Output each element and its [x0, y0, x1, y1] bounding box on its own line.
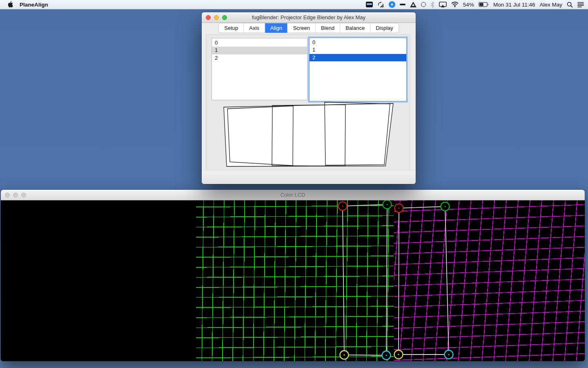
- lcd-minimize-button[interactable]: [13, 193, 18, 197]
- sync-gear-icon[interactable]: [377, 2, 384, 8]
- battery-icon[interactable]: [479, 2, 489, 7]
- alignment-handle-bottom-right[interactable]: [382, 351, 391, 360]
- notification-center-icon[interactable]: [577, 2, 584, 7]
- list-item-2[interactable]: 2: [310, 54, 406, 61]
- spotlight-icon[interactable]: [567, 2, 573, 8]
- alignment-handle-bottom-right[interactable]: [445, 350, 453, 359]
- tab-screen[interactable]: Screen: [288, 23, 316, 33]
- list-item-1[interactable]: 1: [310, 46, 406, 54]
- zoom-button[interactable]: [222, 15, 227, 20]
- alignment-handle-top-left[interactable]: [339, 202, 347, 211]
- fugblender-window: fugBlender: Projector Edge Blender by Al…: [202, 12, 416, 184]
- tab-display[interactable]: Display: [370, 23, 399, 33]
- tab-axis[interactable]: Axis: [244, 23, 265, 33]
- apple-menu-icon[interactable]: [7, 1, 13, 8]
- bluetooth-icon[interactable]: [430, 2, 434, 8]
- menu-bar-left: PlaneAlign: [0, 0, 48, 9]
- tab-blend[interactable]: Blend: [316, 23, 340, 33]
- align-content-panel: 012 012: [206, 34, 410, 171]
- menu-bar: PlaneAlign 54%: [0, 0, 588, 9]
- alignment-handle-bottom-left[interactable]: [340, 351, 349, 359]
- lcd-traffic-lights: [5, 193, 26, 197]
- dash-icon[interactable]: [400, 4, 405, 6]
- input-source-stripe: [367, 3, 372, 5]
- circle-outline-icon[interactable]: [421, 2, 426, 7]
- fugblender-window-title: fugBlender: Projector Edge Blender by Al…: [202, 12, 416, 22]
- menu-bar-clock[interactable]: Mon 31 Jul 11:46: [493, 2, 535, 8]
- minimize-button[interactable]: [214, 15, 219, 20]
- list-item-2[interactable]: 2: [212, 54, 307, 62]
- list-item-0[interactable]: 0: [212, 39, 307, 47]
- projector-list-left[interactable]: 012: [212, 38, 307, 100]
- tab-setup[interactable]: Setup: [219, 23, 244, 33]
- alignment-handle-top-left[interactable]: [395, 204, 403, 213]
- projector-list-right[interactable]: 012: [309, 38, 407, 101]
- tab-balance[interactable]: Balance: [340, 23, 370, 33]
- active-app-name[interactable]: PlaneAlign: [20, 2, 48, 8]
- traffic-lights: [206, 15, 227, 20]
- drive-icon[interactable]: [410, 2, 416, 7]
- green-projector-quad-outline: [343, 204, 387, 355]
- alignment-handle-top-right[interactable]: [383, 200, 392, 209]
- alignment-handle-top-right[interactable]: [441, 202, 450, 211]
- fugblender-footer: [202, 170, 416, 184]
- battery-percent[interactable]: 54%: [463, 2, 474, 8]
- close-button[interactable]: [206, 15, 211, 20]
- desktop: PlaneAlign 54%: [0, 0, 588, 368]
- list-item-0[interactable]: 0: [310, 39, 406, 46]
- alignment-handle-bottom-left[interactable]: [394, 350, 403, 359]
- lcd-zoom-button[interactable]: [21, 193, 26, 197]
- list-item-1[interactable]: 1: [212, 47, 307, 54]
- tab-align[interactable]: Align: [265, 23, 288, 33]
- alignment-overlay: [1, 200, 585, 361]
- lcd-close-button[interactable]: [5, 193, 10, 197]
- wifi-icon[interactable]: [451, 2, 459, 7]
- blue-bolt-icon[interactable]: [389, 1, 395, 8]
- color-lcd-window: Color LCD: [1, 190, 585, 361]
- lcd-window-title: Color LCD: [1, 190, 585, 200]
- menu-bar-status-area: 54% Mon 31 Jul 11:46 Alex May: [366, 0, 588, 9]
- fugblender-titlebar[interactable]: fugBlender: Projector Edge Blender by Al…: [202, 12, 416, 23]
- lcd-titlebar[interactable]: Color LCD: [1, 190, 585, 200]
- input-source-icon[interactable]: [366, 2, 373, 7]
- lcd-screen: [1, 200, 585, 361]
- magenta-projector-quad-outline: [399, 206, 449, 355]
- user-menu[interactable]: Alex May: [539, 2, 562, 8]
- airplay-icon[interactable]: [439, 2, 447, 8]
- tab-bar: SetupAxisAlignScreenBlendBalanceDisplay: [219, 23, 399, 33]
- projector-alignment-preview: [223, 102, 395, 168]
